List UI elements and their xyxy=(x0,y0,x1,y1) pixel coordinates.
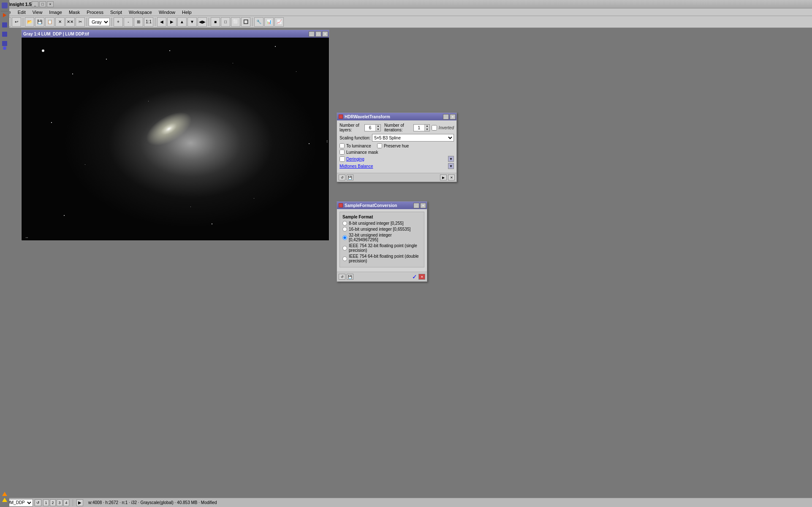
toolbar-save-as-btn[interactable]: 📋 xyxy=(45,17,54,27)
preserve-hue-checkbox[interactable] xyxy=(377,143,382,148)
image-maximize-btn[interactable]: □ xyxy=(315,31,321,37)
toolbar-undo-btn[interactable]: ↩ xyxy=(12,17,21,27)
sfc-label-1: 16-bit unsigned integer [0,65535] xyxy=(349,227,410,232)
sidebar-view-explorer[interactable] xyxy=(1,21,8,29)
num-iterations-down[interactable]: ▼ xyxy=(425,128,429,131)
num-iterations-input[interactable] xyxy=(414,125,424,131)
hdr-save-btn[interactable]: 💾 xyxy=(347,174,353,180)
sfc-radio-0[interactable] xyxy=(342,221,347,226)
scaling-function-select[interactable]: 5×5 B3 Spline xyxy=(372,134,454,142)
minimize-button[interactable]: _ xyxy=(32,1,38,7)
maximize-button[interactable]: □ xyxy=(39,1,46,7)
midtones-expand-btn[interactable]: ▼ xyxy=(448,163,454,169)
deringing-link[interactable]: Deringing xyxy=(346,157,364,161)
toolbar-btn-e[interactable]: ◀▶ xyxy=(198,17,207,27)
sfc-radio-4[interactable] xyxy=(342,256,347,261)
menu-mask[interactable]: Mask xyxy=(67,9,81,15)
image-canvas: ↔ ↕ xyxy=(22,38,329,240)
num-layers-spinbox[interactable]: ▲ ▼ xyxy=(364,124,381,131)
status-play-btn[interactable]: ▶ xyxy=(76,499,83,506)
toolbar-zoom-100-btn[interactable]: 1:1 xyxy=(144,17,153,27)
num-layers-up[interactable]: ▲ xyxy=(376,125,380,128)
toolbar-sep-6 xyxy=(252,18,253,26)
toolbar-open-btn[interactable]: 📂 xyxy=(25,17,34,27)
to-luminance-checkbox[interactable] xyxy=(339,143,345,148)
close-button[interactable]: × xyxy=(47,1,54,7)
menu-view[interactable]: View xyxy=(31,9,44,15)
hdr-execute-btn[interactable]: ▶ xyxy=(440,174,447,180)
format-explorer-indicator xyxy=(3,46,6,50)
triangle-yellow-icon[interactable] xyxy=(2,498,7,502)
toolbar-crop-btn[interactable]: ✂ xyxy=(76,17,85,27)
sfc-checkmark-icon[interactable]: ✓ xyxy=(412,273,417,280)
sfc-minimize-btn[interactable]: _ xyxy=(413,203,419,208)
hdr-reset-btn[interactable]: ↺ xyxy=(339,174,345,180)
sidebar-processing-console[interactable] xyxy=(1,1,8,11)
toolbar-btn-f[interactable]: ■ xyxy=(211,17,220,27)
sidebar-process-explorer[interactable] xyxy=(1,30,8,38)
toolbar-btn-b[interactable]: ▶ xyxy=(167,17,177,27)
menu-image[interactable]: Image xyxy=(47,9,64,15)
deringing-expand-btn[interactable]: ▼ xyxy=(448,156,454,162)
luminance-mask-label: Luminance mask xyxy=(346,150,378,155)
status-tab-3[interactable]: 3 xyxy=(57,499,62,506)
deringing-section-row: Deringing ▼ xyxy=(339,156,454,162)
status-tab-1[interactable]: 1 xyxy=(43,499,49,506)
color-mode-select[interactable]: Gray xyxy=(89,18,110,26)
sfc-close-btn[interactable]: × xyxy=(420,203,426,208)
num-iterations-spinbox[interactable]: ▲ ▼ xyxy=(413,124,430,131)
toolbar-btn-h[interactable]: ⬜ xyxy=(231,17,240,27)
toolbar-save-btn[interactable]: 💾 xyxy=(35,17,44,27)
sfc-cancel-btn[interactable]: ✕ xyxy=(418,274,425,280)
hdr-scaling-row: Scaling function: 5×5 B3 Spline xyxy=(339,134,454,142)
toolbar-btn-d[interactable]: ▼ xyxy=(187,17,197,27)
menu-edit[interactable]: Edit xyxy=(16,9,27,15)
sfc-reset-btn[interactable]: ↺ xyxy=(339,274,345,280)
toolbar-btn-a[interactable]: ◀ xyxy=(157,17,166,27)
triangle-orange-icon[interactable] xyxy=(2,492,7,496)
sfc-radio-1[interactable] xyxy=(342,227,347,232)
toolbar-zoom-out-btn[interactable]: - xyxy=(124,17,133,27)
title-bar-controls: _ □ × xyxy=(32,1,54,7)
menu-process[interactable]: Process xyxy=(85,9,105,15)
hdr-close-btn[interactable]: × xyxy=(450,114,456,120)
sfc-dialog: SampleFormatConversion _ × Sample Format… xyxy=(337,201,427,282)
toolbar-btn-i[interactable]: 🔲 xyxy=(241,17,250,27)
star-3 xyxy=(106,59,107,60)
sfc-save-btn[interactable]: 💾 xyxy=(347,274,353,280)
sfc-radio-3[interactable] xyxy=(342,246,347,251)
inverted-checkbox[interactable] xyxy=(432,125,437,131)
num-layers-input[interactable] xyxy=(365,125,375,131)
sidebar-format-explorer[interactable] xyxy=(1,39,8,52)
num-layers-arrows: ▲ ▼ xyxy=(375,125,380,131)
toolbar-zoom-fit-btn[interactable]: ⊞ xyxy=(134,17,143,27)
toolbar-btn-j[interactable]: 🔧 xyxy=(254,17,263,27)
status-refresh-btn[interactable]: ↺ xyxy=(35,499,41,506)
status-tab-4[interactable]: 4 xyxy=(63,499,69,506)
hdr-minimize-btn[interactable]: _ xyxy=(443,114,449,120)
menu-help[interactable]: Help xyxy=(180,9,193,15)
image-minimize-btn[interactable]: _ xyxy=(309,31,315,37)
luminance-mask-checkbox[interactable] xyxy=(339,150,345,155)
menu-script[interactable]: Script xyxy=(109,9,124,15)
sidebar-play[interactable] xyxy=(1,12,8,18)
toolbar-btn-k[interactable]: 📊 xyxy=(264,17,274,27)
num-iterations-up[interactable]: ▲ xyxy=(425,125,429,128)
toolbar-zoom-in-btn[interactable]: + xyxy=(114,17,123,27)
midtones-balance-link[interactable]: Midtones Balance xyxy=(339,164,373,169)
toolbar-close-btn[interactable]: ✕ xyxy=(55,17,65,27)
menu-workspace[interactable]: Workspace xyxy=(127,9,154,15)
image-close-btn[interactable]: × xyxy=(322,31,328,37)
toolbar-btn-l[interactable]: 📈 xyxy=(274,17,284,27)
deringing-checkbox[interactable] xyxy=(339,156,345,162)
hdr-close-footer-btn[interactable]: ✕ xyxy=(448,174,455,180)
num-layers-down[interactable]: ▼ xyxy=(376,128,380,131)
left-sidebar xyxy=(0,0,9,507)
sfc-radio-2[interactable] xyxy=(342,235,347,240)
status-tab-2[interactable]: 2 xyxy=(50,499,56,506)
toolbar-close-all-btn[interactable]: ✕✕ xyxy=(65,17,75,27)
menu-window[interactable]: Window xyxy=(157,9,177,15)
toolbar-btn-c[interactable]: ▲ xyxy=(177,17,187,27)
hdr-footer-left: ↺ 💾 xyxy=(339,174,353,180)
toolbar-btn-g[interactable]: □ xyxy=(221,17,230,27)
